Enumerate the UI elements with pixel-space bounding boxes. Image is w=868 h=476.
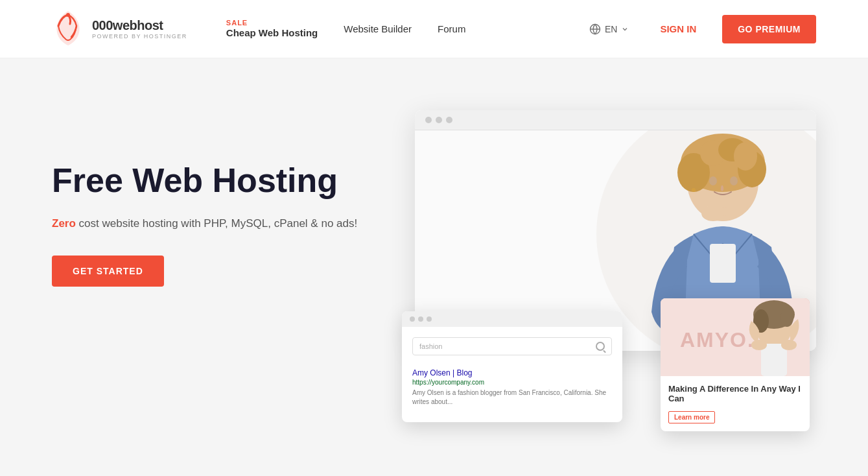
browser-dot-1 (425, 117, 432, 123)
browser-dot-2 (436, 117, 442, 123)
svg-rect-14 (703, 207, 709, 217)
result-title: Amy Olsen | Blog (412, 368, 612, 377)
search-result: Amy Olsen | Blog https://yourcompany.com… (412, 363, 612, 412)
svg-point-12 (730, 176, 738, 185)
browser-dot-4 (410, 316, 415, 322)
svg-point-27 (751, 340, 767, 350)
portfolio-card-title: Making A Difference In Any Way I Can (668, 384, 802, 403)
logo-icon (52, 10, 84, 49)
website-builder-link[interactable]: Website Builder (344, 23, 412, 34)
portfolio-card-image: AMYO... (661, 298, 810, 376)
logo-name: 000webhost (92, 18, 187, 33)
browser-dot-6 (427, 316, 432, 322)
hero-desc-highlight: Zero (52, 217, 76, 230)
svg-rect-15 (710, 205, 715, 217)
portfolio-woman-illustration: AMYO... (661, 298, 810, 376)
sale-hosting-link[interactable]: SALE Cheap Web Hosting (226, 19, 318, 39)
portfolio-learn-more[interactable]: Learn more (668, 411, 715, 423)
hero-left-content: Free Web Hosting Zero cost website hosti… (52, 110, 389, 287)
hero-visual-area: fashion Amy Olsen | Blog https://yourcom… (402, 110, 816, 476)
browser-dot-5 (418, 316, 423, 322)
search-bar-mockup: fashion (412, 337, 612, 355)
svg-rect-16 (716, 206, 721, 217)
language-label: EN (605, 24, 617, 34)
hero-section: Free Web Hosting Zero cost website hosti… (0, 58, 868, 476)
svg-rect-17 (722, 207, 727, 216)
search-icon-circle (596, 342, 605, 351)
get-started-button[interactable]: GET STARTED (52, 256, 164, 287)
svg-point-10 (734, 142, 757, 171)
browser-toolbar (415, 110, 816, 130)
hero-description: Zero cost website hosting with PHP, MySQ… (52, 215, 389, 232)
svg-point-28 (781, 340, 797, 350)
browser-mockup-search: fashion Amy Olsen | Blog https://yourcom… (402, 311, 622, 422)
chevron-down-icon (621, 25, 629, 33)
forum-link[interactable]: Forum (438, 23, 465, 34)
portfolio-card-body: Making A Difference In Any Way I Can Lea… (661, 376, 810, 431)
hero-title: Free Web Hosting (52, 162, 389, 199)
globe-icon (589, 23, 601, 35)
go-premium-button[interactable]: GO PREMIUM (722, 15, 816, 43)
browser-toolbar-2 (402, 311, 622, 327)
svg-point-11 (709, 176, 717, 185)
logo-powered-by: POWERED BY HOSTINGER (92, 33, 187, 40)
hero-desc-rest: cost website hosting with PHP, MySQL, cP… (76, 217, 357, 230)
result-description: Amy Olsen is a fashion blogger from San … (412, 388, 612, 407)
browser-dot-3 (446, 117, 452, 123)
portfolio-card: AMYO... (661, 298, 810, 431)
logo-link[interactable]: 000webhost POWERED BY HOSTINGER (52, 10, 187, 49)
logo-text-block: 000webhost POWERED BY HOSTINGER (92, 18, 187, 40)
sign-in-link[interactable]: SIGN IN (660, 23, 696, 34)
result-url: https://yourcompany.com (412, 379, 612, 386)
svg-point-19 (692, 188, 696, 192)
navbar: 000webhost POWERED BY HOSTINGER SALE Che… (0, 0, 868, 58)
cheap-hosting-label: Cheap Web Hosting (226, 27, 318, 39)
svg-point-25 (780, 309, 793, 327)
svg-rect-26 (761, 344, 787, 376)
svg-rect-18 (710, 244, 736, 283)
sale-badge: SALE (226, 19, 318, 27)
browser-search-content: fashion Amy Olsen | Blog https://yourcom… (402, 327, 622, 422)
search-placeholder-text: fashion (419, 342, 591, 350)
svg-point-0 (66, 13, 70, 17)
language-selector[interactable]: EN (589, 23, 629, 35)
